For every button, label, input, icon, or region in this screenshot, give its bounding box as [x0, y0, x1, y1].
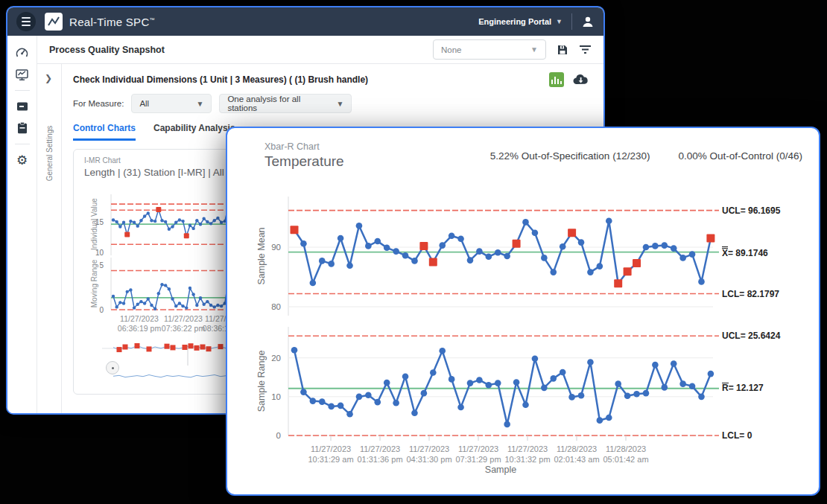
out-of-spec-marker	[194, 345, 200, 351]
sidebar-item-storage[interactable]	[14, 98, 31, 115]
out-of-spec-marker	[291, 226, 299, 234]
data-point-marker	[430, 369, 437, 376]
data-point-marker	[689, 383, 696, 389]
data-point-marker	[185, 306, 188, 309]
data-point-marker	[689, 251, 696, 258]
data-point-marker	[356, 223, 363, 229]
data-point-marker	[202, 217, 205, 220]
data-point-marker	[346, 411, 353, 418]
data-point-marker	[153, 220, 156, 223]
out-of-spec-marker	[171, 345, 176, 350]
data-point-marker	[606, 415, 612, 421]
data-point-marker	[168, 287, 171, 290]
data-point-marker	[467, 257, 474, 264]
storage-box-icon	[16, 100, 29, 113]
tab-capability-analysis[interactable]: Capability Analysis	[153, 123, 235, 141]
sidebar-item-dashboard[interactable]	[14, 45, 31, 61]
data-point-marker	[346, 263, 353, 269]
data-point-marker	[160, 219, 163, 222]
data-point-marker	[449, 376, 455, 383]
bar-icon	[551, 80, 554, 84]
data-point-marker	[587, 269, 594, 275]
data-point-marker	[671, 245, 677, 252]
portal-switcher[interactable]: Engineering Portal ▼	[478, 17, 563, 26]
data-point-marker	[652, 243, 659, 249]
data-point-marker	[174, 304, 177, 307]
data-point-marker	[143, 302, 146, 304]
data-point-marker	[550, 375, 557, 382]
y-tick-label: 10	[271, 392, 281, 401]
sidebar-item-settings[interactable]: ⚙	[14, 152, 31, 168]
mean-ucl-label: UCL= 96.1695	[722, 205, 780, 216]
data-point-marker	[118, 301, 121, 304]
filter-button[interactable]	[579, 44, 592, 55]
data-point-marker	[171, 297, 174, 300]
out-of-spec-marker	[188, 343, 194, 348]
y-tick-label: 5	[99, 261, 104, 269]
navigator-handle[interactable]	[106, 361, 119, 374]
data-point-marker	[168, 228, 171, 231]
y-tick-label: 20	[271, 354, 281, 363]
data-point-marker	[112, 218, 115, 221]
sidebar-item-monitoring[interactable]	[14, 66, 31, 83]
data-point-marker	[679, 255, 686, 261]
data-point-marker	[393, 248, 399, 255]
data-point-marker	[174, 221, 177, 224]
data-point-marker	[550, 269, 557, 275]
header-divider	[571, 13, 572, 30]
data-point-marker	[328, 261, 335, 267]
y-tick-label: 90	[271, 243, 281, 252]
sidebar: ⚙	[7, 36, 37, 413]
data-point-marker	[139, 300, 142, 303]
data-point-marker	[129, 220, 132, 223]
data-point-marker	[133, 221, 136, 224]
data-point-marker	[513, 379, 520, 386]
user-account-icon[interactable]	[581, 15, 595, 28]
data-point-marker	[216, 304, 219, 307]
hamburger-menu-button[interactable]	[16, 12, 36, 31]
data-point-marker	[457, 404, 464, 411]
general-settings-strip: ❯ General Settings	[37, 64, 62, 413]
mean-lcl-label: LCL= 82.1797	[722, 289, 779, 299]
analysis-mode-select[interactable]: One analysis for all stations ▼	[219, 94, 352, 113]
data-point-marker	[216, 217, 219, 220]
save-button[interactable]	[557, 44, 568, 56]
settings-strip-label: General Settings	[45, 126, 54, 182]
bar-icon	[557, 79, 560, 84]
data-point-marker	[171, 225, 174, 228]
expand-settings-chevron-icon[interactable]: ❯	[45, 73, 52, 83]
desktop-background: Real-Time SPC™ Engineering Portal ▼	[0, 0, 827, 504]
preset-select-value: None	[441, 45, 462, 54]
imr-y1-axis-label: Individual Value	[90, 198, 98, 250]
data-point-marker	[139, 219, 142, 222]
data-point-marker	[402, 373, 409, 380]
data-point-marker	[486, 254, 492, 261]
data-point-marker	[191, 293, 194, 296]
out-of-spec-marker	[419, 242, 428, 250]
sidebar-item-tasks[interactable]	[14, 120, 31, 136]
data-point-marker	[319, 258, 326, 264]
for-measure-label: For Measure:	[73, 99, 124, 108]
data-point-marker	[181, 304, 184, 307]
download-button[interactable]	[573, 74, 589, 86]
data-point-marker	[147, 211, 150, 214]
data-point-marker	[504, 421, 510, 428]
out-of-spec-marker	[123, 345, 128, 350]
measure-select-value: All	[139, 99, 149, 108]
data-point-marker	[291, 347, 298, 354]
analysis-title: Check Individual Dimensions (1 Unit | 3 …	[73, 74, 368, 85]
measure-select[interactable]: All ▼	[131, 94, 212, 113]
data-point-marker	[643, 390, 650, 397]
app-header: Real-Time SPC™ Engineering Portal ▼	[7, 7, 603, 36]
bar-icon	[560, 81, 563, 84]
histogram-view-button[interactable]	[549, 72, 564, 87]
data-point-marker	[206, 300, 209, 303]
x-tick-label: 11/28/202305:01:42 am	[592, 444, 660, 465]
data-point-marker	[164, 220, 167, 223]
data-point-marker	[129, 288, 132, 291]
out-of-spec-marker	[156, 207, 161, 212]
data-point-marker	[195, 304, 198, 307]
preset-select[interactable]: None ▼	[433, 39, 546, 60]
tab-control-charts[interactable]: Control Charts	[73, 123, 136, 141]
data-point-marker	[164, 284, 167, 287]
